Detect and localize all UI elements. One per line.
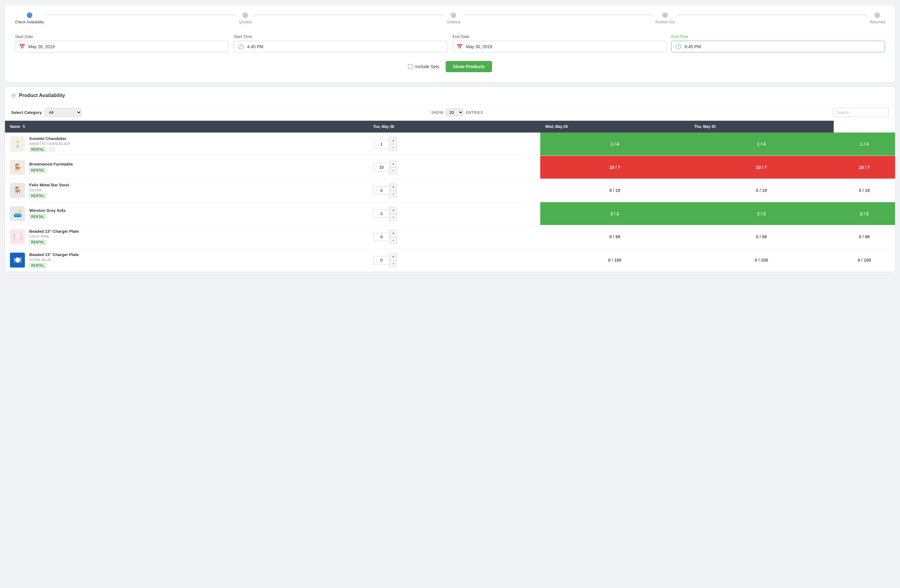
step-circle-check-availability: [27, 12, 33, 18]
rental-tag: RENTAL: [29, 263, 47, 268]
clock-icon-green: 🕐: [675, 43, 681, 50]
start-date-input[interactable]: 📅 May 28, 2019: [15, 41, 229, 52]
product-cell: 🕯️ Annette Chandelier ANNETTE CHANDELIER…: [5, 132, 368, 155]
product-cell: 🪑 Felix Metal Bar Stool silver RENTAL: [5, 179, 368, 202]
step-circle-rented-out: [662, 12, 668, 18]
qty-increment-button[interactable]: +: [389, 207, 397, 214]
qty-increment-button[interactable]: +: [389, 137, 397, 144]
qty-buttons: + −: [389, 253, 397, 267]
product-info: Beaded 13" Charger Plate royal blue RENT…: [29, 252, 79, 268]
end-time-field: End Time 🕐 6:45 PM: [671, 34, 885, 52]
qty-decrement-button[interactable]: −: [389, 191, 397, 197]
qty-increment-button[interactable]: +: [389, 183, 397, 191]
step-label-rented-out: Rented Out: [655, 20, 674, 24]
product-name-cell-beaded-charger-plate-pink: 🍽️ Beaded 13" Charger Plate light pink R…: [5, 225, 368, 248]
product-table: Name⇅Tue, May 28Wed, May 29Thu, May 30 🕯…: [5, 121, 895, 272]
col-header-tue: Tue, May 28: [368, 121, 540, 132]
qty-input[interactable]: [373, 163, 389, 171]
step-check-availability[interactable]: Check Availability: [15, 12, 44, 24]
product-sub: silver: [29, 188, 69, 192]
qty-cell-beaded-charger-plate-blue: + −: [368, 248, 540, 272]
qty-decrement-button[interactable]: −: [389, 260, 397, 267]
avail-cell-felix-metal-bar-stool-day1: 0 / 19: [689, 179, 834, 202]
step-circle-returned: [875, 12, 880, 18]
step-rented-out[interactable]: Rented Out: [655, 12, 674, 24]
product-name: Winston Grey Sofa: [29, 208, 65, 213]
step-line: [677, 15, 867, 15]
rental-tag: RENTAL: [29, 147, 47, 152]
qty-input[interactable]: [373, 140, 389, 148]
step-line: [47, 15, 236, 15]
qty-decrement-button[interactable]: −: [389, 237, 397, 244]
include-sets-label[interactable]: Include Sets: [408, 64, 439, 69]
qty-increment-button[interactable]: +: [389, 230, 397, 237]
end-time-input[interactable]: 🕐 6:45 PM: [671, 41, 885, 52]
search-input[interactable]: [833, 108, 889, 117]
qty-increment-button[interactable]: +: [389, 161, 397, 168]
product-sub: light pink: [29, 234, 79, 238]
qty-decrement-button[interactable]: −: [389, 214, 397, 220]
end-date-field: End Date 📅 May 30, 2019: [453, 34, 666, 52]
product-sub: ANNETTE CHANDELIER: [29, 142, 70, 146]
product-info: Winston Grey Sofa RENTAL: [29, 208, 65, 219]
col-header-name[interactable]: Name⇅: [5, 121, 368, 132]
start-time-field: Start Time 🕐 4:45 PM: [234, 34, 447, 52]
product-cell: 🪑 Brownwood Farmtable RENTAL: [5, 156, 368, 178]
search-wrap: [833, 108, 889, 117]
qty-cell-brownwood-farmtable: + −: [368, 156, 540, 179]
entries-select[interactable]: 102050100: [446, 109, 463, 116]
show-label: SHOW: [431, 110, 444, 115]
avail-cell-brownwood-farmtable-day2: 10 / 7: [834, 156, 895, 179]
step-circle-quoted: [242, 12, 248, 18]
product-thumb: 🪑: [10, 183, 25, 198]
qty-buttons: + −: [389, 230, 397, 244]
table-row: 🍽️ Beaded 13" Charger Plate light pink R…: [5, 225, 895, 248]
qty-increment-button[interactable]: +: [389, 253, 397, 260]
show-products-button[interactable]: Show Products: [445, 61, 492, 72]
avail-cell-beaded-charger-plate-blue-day0: 0 / 100: [540, 248, 689, 272]
avail-cell-brownwood-farmtable-day0: 10 / 7: [540, 156, 689, 179]
avail-cell-winston-grey-sofa-day1: 2 / 2: [689, 202, 834, 225]
include-sets-text: Include Sets: [416, 64, 439, 69]
step-ordered[interactable]: Ordered: [447, 12, 460, 24]
qty-input[interactable]: [373, 186, 389, 195]
avail-cell-annette-chandelier-day1: 1 / 4: [689, 132, 834, 156]
include-sets-checkbox[interactable]: [408, 64, 413, 69]
qty-wrap: + −: [373, 183, 535, 197]
start-time-label: Start Time: [234, 34, 447, 39]
step-quoted[interactable]: Quoted: [239, 12, 251, 24]
calendar-icon: 📅: [19, 43, 25, 50]
qty-buttons: + −: [389, 207, 397, 220]
step-label-returned: Returned: [870, 20, 885, 24]
product-availability-header: ⊞ Product Availability: [5, 87, 895, 104]
product-name-cell-brownwood-farmtable: 🪑 Brownwood Farmtable RENTAL: [5, 156, 368, 179]
qty-input[interactable]: [373, 256, 389, 264]
avail-cell-felix-metal-bar-stool-day0: 0 / 19: [540, 179, 689, 202]
product-thumb: 🍽️: [10, 253, 25, 268]
table-row: 🛋️ Winston Grey Sofa RENTAL + − 2 / 22 /…: [5, 202, 895, 225]
qty-cell-winston-grey-sofa: + −: [368, 202, 540, 225]
qty-input[interactable]: [373, 209, 389, 218]
product-cell: 🛋️ Winston Grey Sofa RENTAL: [5, 203, 368, 225]
qty-input[interactable]: [373, 233, 389, 241]
avail-cell-beaded-charger-plate-pink-day1: 0 / 99: [689, 225, 834, 248]
category-select[interactable]: AllFurnitureTablewareLighting: [45, 108, 82, 117]
qty-wrap: + −: [373, 230, 535, 244]
product-name: Beaded 13" Charger Plate: [29, 229, 79, 234]
table-wrap: Name⇅Tue, May 28Wed, May 29Thu, May 30 🕯…: [5, 121, 895, 272]
start-time-input[interactable]: 🕐 4:45 PM: [234, 41, 447, 52]
start-date-value: May 28, 2019: [28, 44, 55, 49]
step-returned[interactable]: Returned: [870, 12, 885, 24]
table-row: 🪑 Brownwood Farmtable RENTAL + − 10 / 71…: [5, 156, 895, 179]
select-category-label: Select Category: [11, 110, 42, 115]
table-row: 🕯️ Annette Chandelier ANNETTE CHANDELIER…: [5, 132, 895, 156]
action-row: Include Sets Show Products: [15, 59, 885, 74]
qty-decrement-button[interactable]: −: [389, 168, 397, 174]
qty-decrement-button[interactable]: −: [389, 144, 397, 151]
avail-cell-beaded-charger-plate-pink-day2: 0 / 99: [834, 225, 895, 248]
rental-tag: RENTAL: [29, 168, 47, 173]
end-date-input[interactable]: 📅 May 30, 2019: [453, 41, 666, 52]
qty-wrap: + −: [373, 161, 535, 174]
product-name: Beaded 13" Charger Plate: [29, 252, 79, 257]
extra-tag[interactable]: ...: [49, 147, 55, 152]
